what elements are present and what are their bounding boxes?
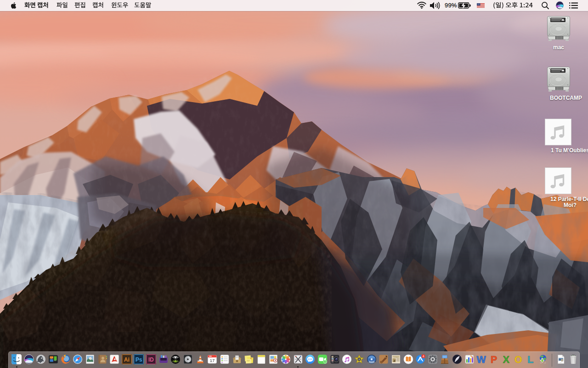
svg-text:mp4: mp4 (560, 362, 562, 363)
svg-text:W: W (477, 354, 486, 364)
svg-text:NEWS: NEWS (394, 356, 398, 358)
svg-text:X: X (503, 354, 509, 364)
svg-text:4: 4 (423, 355, 424, 358)
svg-text:P: P (491, 354, 497, 364)
svg-text:L: L (527, 354, 533, 364)
svg-text:17: 17 (210, 358, 215, 363)
svg-text:O: O (514, 354, 522, 364)
svg-text:Rs: Rs (250, 358, 252, 360)
svg-text:Ai: Ai (124, 356, 130, 363)
svg-text:Ps: Ps (136, 356, 142, 363)
svg-text:ID: ID (148, 356, 154, 363)
